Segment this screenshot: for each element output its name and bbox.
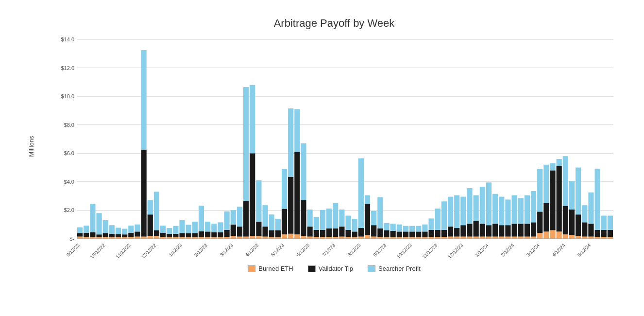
svg-rect-214 <box>499 237 504 239</box>
svg-rect-205 <box>480 237 485 239</box>
svg-rect-192 <box>448 197 453 227</box>
svg-rect-196 <box>460 237 466 239</box>
svg-text:1/12/23: 1/12/23 <box>168 242 183 258</box>
svg-rect-158 <box>377 228 383 237</box>
svg-rect-99 <box>250 85 255 154</box>
svg-rect-222 <box>512 195 517 224</box>
svg-text:$14.0: $14.0 <box>61 36 74 42</box>
svg-rect-153 <box>365 195 370 204</box>
svg-rect-97 <box>250 236 255 239</box>
svg-rect-60 <box>167 228 172 234</box>
svg-rect-56 <box>160 233 166 237</box>
svg-rect-234 <box>537 169 542 212</box>
chart-title: Arbitrage Payoff by Week <box>50 17 618 30</box>
svg-rect-184 <box>435 237 441 239</box>
svg-rect-249 <box>569 181 575 210</box>
svg-rect-149 <box>358 228 364 237</box>
svg-rect-88 <box>231 236 236 239</box>
svg-rect-134 <box>326 228 332 237</box>
svg-rect-51 <box>148 200 153 214</box>
svg-rect-17 <box>77 233 83 236</box>
svg-rect-132 <box>320 210 325 230</box>
svg-rect-57 <box>160 226 166 233</box>
svg-rect-244 <box>563 234 568 239</box>
svg-rect-115 <box>288 234 293 239</box>
svg-rect-194 <box>454 228 459 237</box>
svg-rect-208 <box>486 237 491 239</box>
svg-rect-54 <box>154 192 159 230</box>
svg-rect-73 <box>199 237 204 239</box>
burned-eth-label: Burned ETH <box>258 265 293 272</box>
svg-rect-93 <box>237 207 242 227</box>
svg-rect-128 <box>314 230 319 237</box>
svg-rect-74 <box>199 231 204 237</box>
svg-rect-80 <box>211 232 217 237</box>
svg-rect-69 <box>186 225 191 233</box>
svg-rect-44 <box>135 231 140 236</box>
svg-rect-220 <box>512 237 517 239</box>
svg-rect-162 <box>384 223 389 230</box>
svg-rect-122 <box>301 200 306 236</box>
svg-rect-127 <box>314 237 319 239</box>
svg-rect-254 <box>582 222 587 236</box>
svg-text:11/12/22: 11/12/22 <box>115 242 132 258</box>
svg-rect-19 <box>84 237 89 239</box>
svg-rect-59 <box>167 234 172 237</box>
svg-rect-129 <box>314 217 319 229</box>
svg-rect-199 <box>467 237 472 239</box>
svg-rect-151 <box>365 235 370 239</box>
svg-rect-92 <box>237 227 242 237</box>
svg-rect-96 <box>243 87 249 201</box>
svg-rect-223 <box>518 237 524 239</box>
svg-rect-27 <box>96 213 102 234</box>
svg-rect-215 <box>499 225 504 236</box>
svg-rect-141 <box>339 210 344 227</box>
svg-text:$6.0: $6.0 <box>64 150 74 156</box>
searcher-profit-label: Searcher Profit <box>378 265 421 272</box>
chart-area: Millions $-$2.0$4.0$6.0$8.0$10.0$12.0$14… <box>50 35 618 258</box>
svg-text:12/12/22: 12/12/22 <box>140 242 158 258</box>
svg-rect-98 <box>250 153 255 236</box>
svg-rect-39 <box>122 229 127 235</box>
svg-rect-50 <box>148 214 153 236</box>
svg-rect-23 <box>90 232 95 237</box>
svg-rect-164 <box>390 231 396 237</box>
svg-rect-233 <box>537 211 542 233</box>
svg-rect-62 <box>173 234 178 237</box>
svg-rect-32 <box>109 234 115 237</box>
svg-rect-209 <box>486 225 491 236</box>
svg-rect-228 <box>525 195 530 224</box>
svg-rect-177 <box>416 226 421 232</box>
svg-rect-47 <box>141 150 147 237</box>
svg-rect-142 <box>345 237 351 239</box>
svg-rect-213 <box>492 194 498 224</box>
svg-rect-241 <box>557 231 562 239</box>
svg-rect-188 <box>441 230 447 237</box>
svg-rect-110 <box>275 230 281 237</box>
svg-rect-203 <box>474 221 479 236</box>
svg-rect-95 <box>243 201 249 236</box>
svg-rect-265 <box>608 237 613 239</box>
svg-rect-182 <box>428 230 434 237</box>
svg-rect-100 <box>256 236 261 239</box>
svg-rect-26 <box>96 234 102 237</box>
svg-rect-242 <box>557 166 562 232</box>
svg-rect-245 <box>563 206 568 235</box>
svg-rect-75 <box>199 206 204 231</box>
svg-rect-120 <box>294 109 300 152</box>
svg-rect-190 <box>448 237 453 239</box>
svg-rect-231 <box>531 191 536 222</box>
svg-text:11/12/23: 11/12/23 <box>421 242 439 258</box>
svg-rect-104 <box>262 227 268 237</box>
svg-rect-267 <box>608 216 613 230</box>
svg-rect-138 <box>333 203 338 228</box>
svg-rect-65 <box>179 233 185 237</box>
svg-rect-71 <box>192 233 198 237</box>
svg-rect-111 <box>275 219 281 230</box>
svg-rect-152 <box>365 204 370 235</box>
svg-text:$4.0: $4.0 <box>64 179 74 185</box>
svg-rect-256 <box>588 237 593 239</box>
legend-validator-tip: Validator Tip <box>308 265 353 272</box>
svg-text:9/12/22: 9/12/22 <box>66 242 81 258</box>
svg-rect-36 <box>116 228 121 234</box>
